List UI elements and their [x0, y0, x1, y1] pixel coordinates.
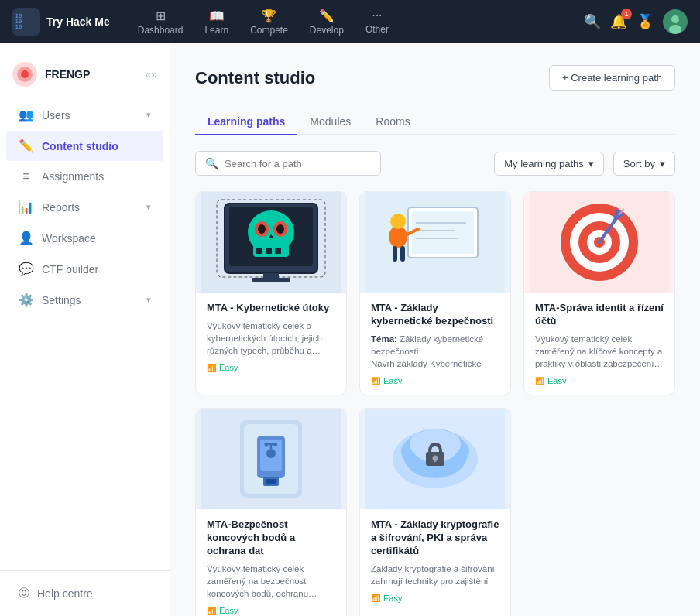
card-title: MTA - Základy kryptografie a šifrování, …: [371, 518, 499, 558]
card-image-presenter: [360, 192, 510, 293]
help-centre-button[interactable]: ⓪ Help centre: [12, 580, 157, 607]
create-learning-path-button[interactable]: + Create learning path: [549, 65, 675, 91]
logo-icon: 10 10 10: [12, 8, 40, 36]
nav-compete-label: Compete: [250, 25, 288, 36]
search-icon: 🔍: [205, 157, 218, 169]
nav-develop-label: Develop: [310, 25, 344, 36]
sidebar-ctf-builder-label: CTF builder: [42, 263, 151, 275]
difficulty-icon: 📶: [535, 377, 544, 385]
sidebar-item-workspace[interactable]: 👤 Workspace: [6, 223, 163, 253]
topnav: 10 10 10 Try Hack Me ⊞ Dashboard 📖 Learn…: [0, 0, 700, 43]
sidebar-brand-name: FRENGP: [45, 68, 90, 80]
difficulty-badge: 📶 Easy: [535, 376, 664, 385]
card-zaklady-kryptografie[interactable]: MTA - Základy kryptografie a šifrování, …: [359, 408, 511, 616]
card-zaklady-kyberneticke[interactable]: MTA - Základy kybernetické bezpečnosti T…: [359, 191, 511, 395]
filters-row: 🔍 My learning paths ▾ Sort by ▾: [195, 151, 675, 176]
card-image-usb: [196, 409, 346, 509]
nav-develop[interactable]: ✏️ Develop: [300, 4, 353, 40]
difficulty-badge: 📶 Easy: [207, 363, 335, 372]
notifications-button[interactable]: 🔔 1: [610, 13, 627, 30]
svg-rect-19: [256, 248, 262, 254]
card-title: MTA-Správa identit a řízení účtů: [535, 302, 664, 328]
assignments-icon: ≡: [19, 169, 34, 183]
sidebar-brand-icon: [12, 62, 37, 87]
difficulty-badge: 📶 Easy: [371, 594, 499, 603]
card-desc: Výukový tematický celek zaměřený na bezp…: [207, 563, 335, 600]
topnav-right: 🔍 🔔 1 🏅: [584, 9, 688, 34]
difficulty-icon: 📶: [371, 377, 380, 385]
tab-modules[interactable]: Modules: [297, 109, 363, 135]
difficulty-label: Easy: [219, 606, 238, 615]
sidebar: FRENGP «» 👥 Users ▾ ✏️ Content studio ≡ …: [0, 43, 170, 616]
sidebar-item-assignments[interactable]: ≡ Assignments: [6, 162, 163, 191]
nav-learn-label: Learn: [204, 25, 228, 36]
sidebar-item-reports[interactable]: 📊 Reports ▾: [6, 192, 163, 222]
sidebar-item-content-studio[interactable]: ✏️ Content studio: [6, 131, 163, 161]
card-desc: Výukový tematický celek o kybernetických…: [207, 320, 335, 357]
sidebar-item-settings[interactable]: ⚙️ Settings ▾: [6, 285, 163, 315]
nav-dashboard[interactable]: ⊞ Dashboard: [129, 4, 193, 40]
my-learning-paths-dropdown[interactable]: My learning paths ▾: [494, 152, 604, 176]
difficulty-badge: 📶 Easy: [207, 606, 335, 615]
card-image-cloud: [360, 409, 510, 509]
svg-point-56: [265, 443, 269, 447]
difficulty-label: Easy: [547, 376, 566, 385]
difficulty-label: Easy: [219, 363, 238, 372]
sidebar-users-label: Users: [42, 109, 139, 121]
svg-point-5: [671, 15, 679, 23]
svg-point-31: [389, 226, 407, 248]
svg-rect-24: [252, 278, 290, 282]
svg-point-18: [276, 224, 284, 234]
ctf-builder-icon: 💬: [19, 262, 34, 276]
sidebar-settings-label: Settings: [42, 294, 139, 306]
card-title: MTA-Bezpečnost koncových bodů a ochrana …: [207, 518, 335, 558]
svg-rect-35: [400, 246, 405, 262]
sidebar-item-ctf-builder[interactable]: 💬 CTF builder: [6, 254, 163, 284]
card-sprava-identit[interactable]: MTA-Správa identit a řízení účtů Výukový…: [523, 191, 675, 395]
svg-point-6: [669, 25, 681, 34]
logo[interactable]: 10 10 10 Try Hack Me: [12, 8, 110, 36]
search-box[interactable]: 🔍: [195, 151, 381, 176]
difficulty-label: Easy: [383, 376, 402, 385]
logo-text: Try Hack Me: [46, 15, 110, 29]
content-area: Content studio + Create learning path Le…: [170, 43, 700, 616]
sidebar-brand: FRENGP: [12, 62, 90, 87]
tabs-container: Learning paths Modules Rooms: [195, 109, 675, 135]
content-studio-icon: ✏️: [19, 139, 34, 153]
tab-rooms[interactable]: Rooms: [363, 109, 422, 135]
card-body: MTA-Bezpečnost koncových bodů a ochrana …: [196, 509, 346, 616]
card-title: MTA - Základy kybernetické bezpečnosti: [371, 302, 499, 328]
sidebar-content-studio-label: Content studio: [42, 140, 151, 152]
trophy-button[interactable]: 🏅: [637, 13, 654, 30]
svg-rect-34: [393, 246, 397, 262]
other-icon: ···: [372, 9, 382, 22]
target-illustration: [524, 192, 674, 293]
search-input[interactable]: [225, 158, 371, 169]
reports-chevron-icon: ▾: [146, 202, 151, 212]
cloud-illustration: [360, 409, 510, 509]
svg-rect-23: [263, 273, 279, 278]
tab-learning-paths[interactable]: Learning paths: [195, 109, 297, 135]
search-button[interactable]: 🔍: [584, 13, 601, 30]
difficulty-icon: 📶: [207, 364, 216, 372]
sidebar-collapse-button[interactable]: «»: [145, 68, 157, 80]
content-header: Content studio + Create learning path: [195, 65, 675, 91]
nav-other[interactable]: ··· Other: [356, 4, 398, 39]
presenter-illustration: [360, 192, 510, 293]
card-bezpecnost-koncovych[interactable]: MTA-Bezpečnost koncových bodů a ochrana …: [195, 408, 347, 616]
card-kyberneticke-utoky[interactable]: MTA - Kybernetické útoky Výukový tematic…: [195, 191, 347, 395]
sort-by-dropdown[interactable]: Sort by ▾: [613, 152, 675, 176]
avatar-image: [663, 9, 688, 34]
difficulty-badge: 📶 Easy: [371, 376, 499, 385]
svg-rect-27: [412, 211, 474, 254]
nav-learn[interactable]: 📖 Learn: [195, 4, 238, 40]
help-label: Help centre: [37, 587, 93, 600]
sidebar-reports-label: Reports: [42, 201, 139, 214]
nav-compete[interactable]: 🏆 Compete: [241, 4, 297, 40]
sidebar-item-users[interactable]: 👥 Users ▾: [6, 100, 163, 130]
card-body: MTA - Kybernetické útoky Výukový tematic…: [196, 293, 346, 382]
main-layout: FRENGP «» 👥 Users ▾ ✏️ Content studio ≡ …: [0, 43, 700, 616]
avatar[interactable]: [663, 9, 688, 34]
nav-dashboard-label: Dashboard: [138, 25, 184, 36]
card-image-target: [524, 192, 674, 293]
